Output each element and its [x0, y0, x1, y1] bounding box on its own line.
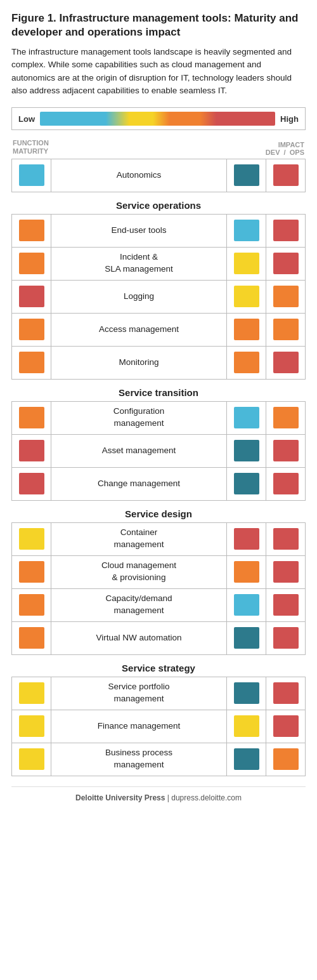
table-row: Containermanagement — [12, 522, 306, 555]
maturity-block-0-1 — [19, 253, 44, 274]
dev-block-0-0 — [234, 220, 259, 241]
page: Figure 1. Infrastructure management tool… — [0, 0, 317, 810]
ops-cell-1-0 — [266, 401, 306, 434]
row-name-3-1: Finance management — [51, 710, 227, 743]
page-title: Figure 1. Infrastructure management tool… — [11, 11, 306, 39]
autonomics-ops-block — [273, 164, 299, 186]
maturity-cell-2-3 — [12, 621, 51, 654]
autonomics-dev-block — [234, 164, 259, 186]
section-table-3: Service portfoliomanagementFinance manag… — [11, 677, 306, 776]
dev-block-3-1 — [234, 715, 259, 737]
ops-cell-0-0 — [266, 214, 306, 247]
ops-block-1-0 — [273, 407, 299, 428]
dev-block-1-1 — [234, 440, 259, 461]
dev-cell-2-1 — [227, 555, 266, 588]
maturity-block-0-3 — [19, 319, 44, 340]
maturity-cell-3-2 — [12, 743, 51, 776]
maturity-block-2-3 — [19, 627, 44, 649]
ops-cell-3-1 — [266, 710, 306, 743]
row-name-2-3: Virtual NW automation — [51, 621, 227, 654]
header-function: FUNCTIONMATURITY — [13, 139, 70, 156]
intro-text: The infrastructure management tools land… — [11, 46, 306, 97]
column-headers: FUNCTIONMATURITY IMPACTDEV / OPS — [11, 139, 306, 156]
section-table-1: ConfigurationmanagementAsset managementC… — [11, 401, 306, 501]
legend-low: Low — [18, 114, 35, 124]
dev-cell-2-2 — [227, 588, 266, 621]
maturity-cell-2-0 — [12, 522, 51, 555]
ops-block-1-2 — [273, 473, 299, 494]
section-table-2: ContainermanagementCloud management& pro… — [11, 522, 306, 655]
ops-block-2-3 — [273, 627, 299, 649]
row-name-0-2: Logging — [51, 280, 227, 313]
table-row: Virtual NW automation — [12, 621, 306, 654]
dev-cell-3-2 — [227, 743, 266, 776]
footer-publisher: Deloitte University Press — [75, 793, 165, 802]
maturity-block-2-0 — [19, 528, 44, 550]
dev-cell-1-2 — [227, 467, 266, 500]
maturity-block-2-2 — [19, 594, 44, 616]
header-impact: IMPACTDEV / OPS — [216, 141, 304, 156]
ops-block-0-1 — [273, 253, 299, 274]
dev-cell-1-1 — [227, 434, 266, 467]
ops-cell-2-0 — [266, 522, 306, 555]
ops-block-0-3 — [273, 319, 299, 340]
maturity-cell-0-4 — [12, 346, 51, 379]
legend-high: High — [280, 114, 299, 124]
dev-block-3-0 — [234, 682, 259, 704]
ops-cell-3-0 — [266, 677, 306, 710]
ops-block-3-2 — [273, 748, 299, 770]
maturity-cell-3-1 — [12, 710, 51, 743]
maturity-block-1-1 — [19, 440, 44, 461]
row-name-3-2: Business processmanagement — [51, 743, 227, 776]
ops-block-3-0 — [273, 682, 299, 704]
row-name-1-1: Asset management — [51, 434, 227, 467]
ops-cell-2-2 — [266, 588, 306, 621]
table-row: Change management — [12, 467, 306, 500]
autonomics-ops-cell — [266, 159, 306, 192]
ops-block-2-1 — [273, 561, 299, 583]
ops-cell-2-3 — [266, 621, 306, 654]
autonomics-table: Autonomics — [11, 159, 306, 192]
autonomics-row: Autonomics — [12, 159, 306, 192]
maturity-block-0-0 — [19, 220, 44, 241]
dev-block-1-2 — [234, 473, 259, 494]
row-name-0-1: Incident &SLA management — [51, 247, 227, 280]
maturity-block-2-1 — [19, 561, 44, 583]
dev-block-2-3 — [234, 627, 259, 649]
legend-bar: Low High — [11, 107, 306, 130]
section-title-3: Service strategy — [11, 656, 306, 677]
dev-cell-3-0 — [227, 677, 266, 710]
row-name-0-3: Access management — [51, 313, 227, 346]
maturity-block-3-1 — [19, 715, 44, 737]
section-title-0: Service operations — [11, 194, 306, 214]
ops-block-3-1 — [273, 715, 299, 737]
dev-cell-0-3 — [227, 313, 266, 346]
autonomics-name-cell: Autonomics — [51, 159, 227, 192]
row-name-2-1: Cloud management& provisioning — [51, 555, 227, 588]
ops-cell-0-3 — [266, 313, 306, 346]
sections-container: Service operationsEnd-user toolsIncident… — [11, 194, 306, 776]
maturity-cell-2-1 — [12, 555, 51, 588]
row-name-3-0: Service portfoliomanagement — [51, 677, 227, 710]
maturity-cell-0-1 — [12, 247, 51, 280]
table-row: Configurationmanagement — [12, 401, 306, 434]
ops-block-2-2 — [273, 594, 299, 616]
dev-cell-0-4 — [227, 346, 266, 379]
table-row: Logging — [12, 280, 306, 313]
maturity-cell-0-0 — [12, 214, 51, 247]
table-row: Finance management — [12, 710, 306, 743]
ops-cell-2-1 — [266, 555, 306, 588]
ops-block-2-0 — [273, 528, 299, 550]
maturity-cell-2-2 — [12, 588, 51, 621]
autonomics-maturity-cell — [12, 159, 51, 192]
ops-cell-1-2 — [266, 467, 306, 500]
maturity-cell-0-2 — [12, 280, 51, 313]
maturity-block-1-0 — [19, 407, 44, 428]
section-table-0: End-user toolsIncident &SLA managementLo… — [11, 214, 306, 380]
legend-gradient — [40, 112, 275, 126]
dev-block-0-3 — [234, 319, 259, 340]
maturity-block-1-2 — [19, 473, 44, 494]
dev-cell-0-0 — [227, 214, 266, 247]
ops-cell-3-2 — [266, 743, 306, 776]
dev-block-2-1 — [234, 561, 259, 583]
